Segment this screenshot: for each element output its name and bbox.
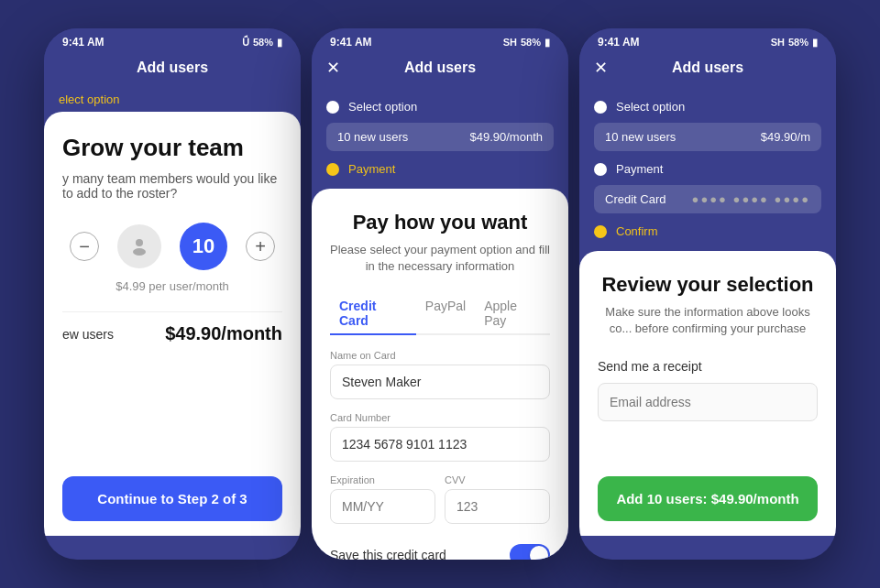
screen3-step3-dot [594, 225, 607, 238]
screen3-step1-label: Select option [616, 100, 685, 114]
screen3-battery: 58% [788, 37, 808, 48]
review-subtitle: Make sure the information above looks co… [598, 304, 818, 337]
screen3-steps: Select option 10 new users $49.90/m Paym… [579, 87, 836, 251]
screen3-header: ✕ Add users [579, 52, 836, 87]
user-count-display: 10 [180, 223, 227, 270]
review-title: Review your selection [598, 273, 818, 297]
divider [62, 311, 282, 312]
screens-container: 9:41 AM Ǘ 58% ▮ Add users elect option G… [26, 19, 854, 569]
screen3-step2-dot [594, 163, 607, 176]
screen1-battery: 58% [253, 37, 273, 48]
save-credit-card-label: Save this credit card [330, 548, 446, 560]
screen3-step1-dot [594, 101, 607, 114]
screen3-step2-subrow: Credit Card ●●●● ●●●● ●●●● [594, 185, 821, 213]
name-input[interactable] [330, 365, 550, 399]
screen1-card-subtitle: y many team members would you like to ad… [62, 171, 282, 201]
continue-button[interactable]: Continue to Step 2 of 3 [62, 476, 282, 521]
payment-card: Pay how you want Please select your paym… [312, 189, 568, 560]
svg-point-0 [136, 239, 143, 246]
screen2-battery: 58% [521, 37, 541, 48]
screen1-white-card: Grow your team y many team members would… [44, 112, 301, 536]
expiration-label: Expiration [330, 474, 435, 485]
step1-label: Select option [348, 100, 417, 114]
screen2: 9:41 AM SH 58% ▮ ✕ Add users Select opti… [312, 28, 568, 560]
decrement-button[interactable]: − [70, 232, 99, 261]
screen1-header-title: Add users [137, 60, 208, 76]
receipt-label: Send me a receipt [598, 359, 818, 374]
screen1-time: 9:41 AM [62, 36, 104, 49]
screen3: 9:41 AM SH 58% ▮ ✕ Add users Select opti… [579, 28, 836, 560]
name-label: Name on Card [330, 350, 550, 361]
screen2-status-right: SH 58% ▮ [503, 37, 550, 49]
screen2-steps: Select option 10 new users $49.90/month … [312, 87, 568, 189]
screen1-battery-icon: ▮ [277, 37, 282, 49]
screen1-card-title: Grow your team [62, 134, 282, 162]
confirm-card: Review your selection Make sure the info… [579, 251, 836, 536]
screen3-step2-right: ●●●● ●●●● ●●●● [692, 192, 810, 206]
screen2-body: Select option 10 new users $49.90/month … [312, 87, 568, 536]
step1-dot [326, 101, 339, 114]
screen3-status-bar: 9:41 AM SH 58% ▮ [579, 28, 836, 52]
payment-tabs: Credit Card PayPal Apple Pay [330, 293, 550, 335]
screen3-network: SH [771, 37, 785, 48]
price-row: ew users $49.90/month [62, 323, 282, 344]
screen3-step3: Confirm [594, 219, 821, 244]
screen3-step1: Select option [594, 94, 821, 119]
card-label: Card Number [330, 412, 550, 423]
screen3-time: 9:41 AM [598, 36, 640, 49]
step2-dot [326, 163, 339, 176]
save-toggle[interactable] [510, 544, 550, 560]
tab-paypal[interactable]: PayPal [416, 293, 475, 335]
expiration-field-group: Expiration [330, 474, 435, 524]
screen2-close-button[interactable]: ✕ [326, 58, 340, 78]
email-input[interactable] [598, 383, 818, 421]
user-avatar-icon [117, 224, 161, 268]
screen1-step-label: elect option [44, 87, 301, 112]
card-field-group: Card Number [330, 412, 550, 462]
screen1-body: elect option Grow your team y many team … [44, 87, 301, 536]
screen3-step3-label: Confirm [616, 224, 658, 238]
screen3-status-right: SH 58% ▮ [771, 37, 818, 49]
step1-item: Select option [326, 94, 554, 119]
screen2-network: SH [503, 37, 517, 48]
screen2-battery-icon: ▮ [544, 37, 550, 49]
pay-subtitle: Please select your payment option and fi… [330, 242, 550, 275]
step1-right: $49.90/month [469, 130, 543, 144]
price-row-value: $49.90/month [165, 323, 282, 344]
exp-cvv-row: Expiration CVV [330, 474, 550, 537]
svg-point-1 [133, 248, 146, 256]
step2-item: Payment [326, 157, 554, 181]
screen3-body: Select option 10 new users $49.90/m Paym… [579, 87, 836, 536]
screen3-step1-left: 10 new users [605, 130, 676, 144]
screen3-close-button[interactable]: ✕ [594, 58, 608, 78]
increment-button[interactable]: + [246, 232, 275, 261]
tab-credit-card[interactable]: Credit Card [330, 293, 416, 335]
cvv-field-group: CVV [445, 474, 550, 524]
cvv-input[interactable] [445, 489, 550, 524]
screen2-status-bar: 9:41 AM SH 58% ▮ [312, 28, 568, 52]
add-users-button[interactable]: Add 10 users: $49.90/month [598, 476, 818, 521]
pay-title: Pay how you want [330, 211, 550, 234]
price-row-label: ew users [62, 327, 114, 342]
expiration-input[interactable] [330, 489, 435, 524]
screen1-counter: − 10 + [62, 223, 282, 270]
tab-apple-pay[interactable]: Apple Pay [475, 293, 550, 335]
step1-subrow: 10 new users $49.90/month [326, 123, 554, 151]
screen1-header: Add users [44, 52, 301, 87]
screen2-header-title: Add users [404, 60, 476, 76]
screen2-time: 9:41 AM [330, 36, 372, 49]
cvv-label: CVV [445, 474, 550, 485]
screen1-status-bar: 9:41 AM Ǘ 58% ▮ [44, 28, 301, 52]
screen3-battery-icon: ▮ [812, 37, 818, 49]
screen2-header: ✕ Add users [312, 52, 568, 87]
price-per-user-label: $4.99 per user/month [62, 279, 282, 293]
screen3-step2-label: Payment [616, 162, 663, 176]
card-number-input[interactable] [330, 427, 550, 462]
screen3-step2-left: Credit Card [605, 192, 666, 206]
screen1-bluetooth-icon: Ǘ [242, 37, 249, 49]
name-field-group: Name on Card [330, 350, 550, 399]
toggle-knob [530, 546, 548, 560]
screen3-step1-subrow: 10 new users $49.90/m [594, 123, 821, 151]
step2-label: Payment [348, 162, 395, 176]
screen1: 9:41 AM Ǘ 58% ▮ Add users elect option G… [44, 28, 301, 560]
